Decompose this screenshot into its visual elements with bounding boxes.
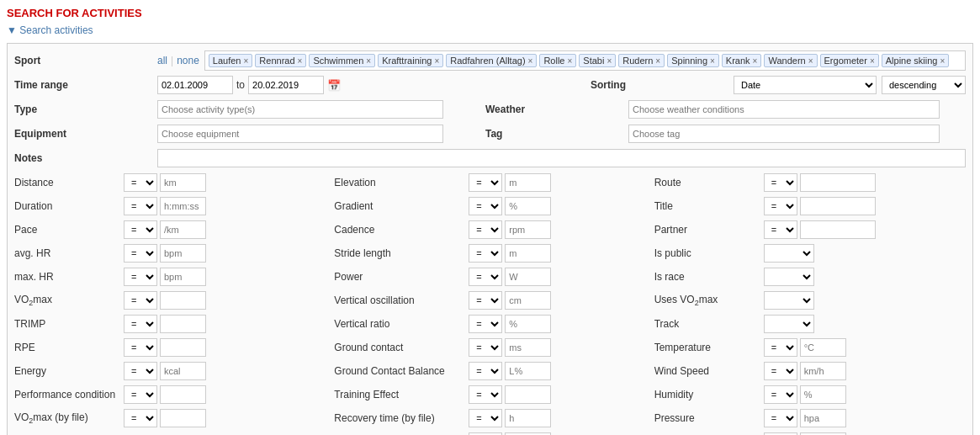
eq-select-wind_speed[interactable]: =<><=>=!= (764, 362, 797, 380)
eq-select-rpe[interactable]: =<><=>=!= (124, 338, 157, 357)
label-wind_speed: Wind Speed (654, 365, 764, 377)
sport-tag-remove[interactable]: × (244, 56, 249, 66)
date-to-input[interactable] (248, 76, 324, 94)
input-ground_contact_bal[interactable] (505, 362, 551, 380)
eq-select-power[interactable]: =<><=>=!= (469, 268, 502, 286)
eq-select-energy[interactable]: =<><=>=!= (124, 362, 157, 380)
sport-tag-remove[interactable]: × (753, 56, 758, 66)
sport-tag: Rolle× (539, 54, 576, 67)
dropdown-is_public[interactable] (764, 244, 814, 263)
sport-tag-remove[interactable]: × (655, 56, 660, 66)
input-pace[interactable] (160, 220, 206, 239)
type-input[interactable] (157, 100, 443, 119)
eq-select-perf_cond[interactable]: =<><=>=!= (124, 385, 157, 404)
eq-select-vert_osc[interactable]: =<><=>=!= (469, 291, 502, 310)
eq-select-elevation[interactable]: =<><=>=!= (469, 173, 502, 192)
eq-select-training_effect[interactable]: =<><=>=!= (469, 385, 502, 404)
sport-tag: Schwimmen× (309, 54, 375, 67)
input-ground_contact[interactable] (505, 338, 551, 357)
eq-select-vo2max[interactable]: =<><=>=!= (124, 291, 157, 310)
sport-tag-remove[interactable]: × (366, 56, 371, 66)
eq-select-ground_contact[interactable]: =<><=>=!= (469, 338, 502, 357)
input-perf_cond[interactable] (160, 385, 206, 404)
input-duration[interactable] (160, 197, 206, 215)
eq-select-avg_hr[interactable]: =<><=>=!= (124, 244, 157, 263)
sport-tag-remove[interactable]: × (808, 56, 813, 66)
sport-tag-remove[interactable]: × (940, 56, 946, 66)
dropdown-is_race[interactable] (764, 268, 814, 286)
eq-select-pressure[interactable]: =<><=>=!= (764, 409, 797, 427)
left-row-distance: Distance=<><=>=!= (14, 172, 326, 193)
sport-none-link[interactable]: none (177, 55, 199, 66)
input-cadence[interactable] (505, 220, 551, 239)
tag-input[interactable] (628, 125, 940, 143)
left-row-duration: Duration=<><=>=!= (14, 196, 326, 216)
label-uses_vo2max: Uses VO2max (654, 294, 764, 307)
input-title[interactable] (800, 197, 876, 215)
input-trimp[interactable] (160, 315, 206, 333)
sport-tag-remove[interactable]: × (607, 56, 612, 66)
input-training_effect[interactable] (505, 385, 551, 404)
eq-select-stride_length[interactable]: =<><=>=!= (469, 244, 502, 263)
sport-tag-remove[interactable]: × (568, 56, 573, 66)
eq-select-vo2max_file[interactable]: =<><=>=!= (124, 409, 157, 427)
eq-select-recovery_time[interactable]: =<><=>=!= (469, 409, 502, 427)
collapsible-search[interactable]: Search activities (7, 24, 973, 36)
sorting-select[interactable]: DateDistanceDurationPaceavg. HR (734, 76, 877, 94)
right-col: Route=<><=>=!=Title=<><=>=!=Partner=<><=… (654, 172, 966, 435)
sorting-label: Sorting (591, 79, 734, 91)
eq-select-partner[interactable]: =<><=>=!= (764, 220, 797, 239)
input-stride_length[interactable] (505, 244, 551, 263)
weather-input[interactable] (628, 100, 940, 119)
input-rpe[interactable] (160, 338, 206, 357)
input-energy[interactable] (160, 362, 206, 380)
eq-select-vert_ratio[interactable]: =<><=>=!= (469, 315, 502, 333)
right-row-percentage_hilly: Percentage Hilly=<><=>=!= (654, 432, 966, 435)
input-distance[interactable] (160, 173, 206, 192)
calendar-icon[interactable]: 📅 (327, 79, 341, 92)
eq-select-gradient[interactable]: =<><=>=!= (469, 197, 502, 215)
input-vert_osc[interactable] (505, 291, 551, 310)
eq-select-cadence[interactable]: =<><=>=!= (469, 220, 502, 239)
dropdown-uses_vo2max[interactable] (764, 291, 814, 310)
three-col-fields: Distance=<><=>=!=Duration=<><=>=!=Pace=<… (14, 172, 966, 435)
sport-tag-remove[interactable]: × (870, 56, 875, 66)
sport-tag-remove[interactable]: × (298, 56, 303, 66)
input-vo2max_file[interactable] (160, 409, 206, 427)
input-vo2max[interactable] (160, 291, 206, 310)
sort-order-select[interactable]: descendingascending (882, 76, 966, 94)
sport-all-link[interactable]: all (157, 55, 167, 66)
input-temperature[interactable] (800, 338, 846, 357)
input-max_hr[interactable] (160, 268, 206, 286)
input-partner[interactable] (800, 220, 876, 239)
sport-tag-remove[interactable]: × (710, 56, 715, 66)
input-pressure[interactable] (800, 409, 846, 427)
eq-select-distance[interactable]: =<><=>=!= (124, 173, 157, 192)
input-avg_hr[interactable] (160, 244, 206, 263)
eq-select-trimp[interactable]: =<><=>=!= (124, 315, 157, 333)
eq-select-title[interactable]: =<><=>=!= (764, 197, 797, 215)
eq-select-duration[interactable]: =<><=>=!= (124, 197, 157, 215)
input-gradient[interactable] (505, 197, 551, 215)
sport-tag-remove[interactable]: × (528, 56, 533, 66)
input-humidity[interactable] (800, 385, 846, 404)
input-elevation[interactable] (505, 173, 551, 192)
eq-select-max_hr[interactable]: =<><=>=!= (124, 268, 157, 286)
notes-input[interactable] (157, 149, 966, 167)
input-route[interactable] (800, 173, 876, 192)
sport-tag-name: Wandern (768, 56, 805, 66)
sport-tag-remove[interactable]: × (434, 56, 439, 66)
input-power[interactable] (505, 268, 551, 286)
input-wind_speed[interactable] (800, 362, 846, 380)
eq-select-ground_contact_bal[interactable]: =<><=>=!= (469, 362, 502, 380)
dropdown-track[interactable] (764, 315, 814, 333)
eq-select-humidity[interactable]: =<><=>=!= (764, 385, 797, 404)
eq-select-pace[interactable]: =<><=>=!= (124, 220, 157, 239)
sport-tag: Stabi× (579, 54, 616, 67)
input-recovery_time[interactable] (505, 409, 551, 427)
date-from-input[interactable] (157, 76, 233, 94)
equipment-input[interactable] (157, 125, 443, 143)
input-vert_ratio[interactable] (505, 315, 551, 333)
eq-select-route[interactable]: =<><=>=!= (764, 173, 797, 192)
eq-select-temperature[interactable]: =<><=>=!= (764, 338, 797, 357)
